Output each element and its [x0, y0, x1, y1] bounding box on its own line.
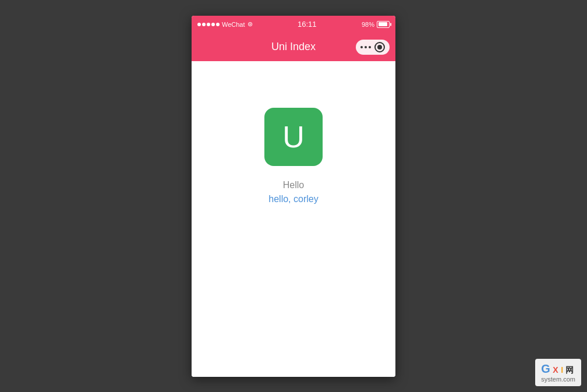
signal-dot-2: [202, 23, 206, 26]
battery-icon: [377, 21, 390, 28]
signal-dot-5: [216, 23, 220, 26]
signal-dots: [197, 23, 220, 26]
record-icon: [374, 42, 385, 52]
watermark-net: 网: [565, 365, 574, 375]
watermark: G X I 网 system.com: [535, 359, 581, 386]
time-display: 16:11: [298, 20, 317, 29]
battery-pct-label: 98%: [362, 21, 374, 28]
nav-actions: [356, 40, 390, 55]
signal-dot-3: [207, 23, 210, 26]
signal-dot-1: [197, 23, 201, 26]
watermark-line1: G X I 网: [541, 362, 575, 376]
watermark-i: I: [561, 365, 563, 375]
watermark-x: X: [553, 365, 558, 375]
more-icon: [360, 46, 371, 48]
signal-dot-4: [211, 23, 215, 26]
watermark-g: G: [541, 362, 550, 375]
status-left: WeChat ⊛: [197, 20, 253, 28]
wifi-icon: ⊛: [247, 20, 253, 28]
carrier-label: WeChat: [222, 21, 245, 28]
main-content: U Hello hello, corley: [192, 61, 395, 377]
watermark-url: system.com: [541, 376, 575, 383]
nav-bar: Uni Index: [192, 33, 395, 61]
logo-shape: U: [276, 119, 311, 154]
status-right: 98%: [362, 21, 390, 28]
nav-action-button[interactable]: [356, 40, 390, 55]
status-bar: WeChat ⊛ 16:11 98%: [192, 16, 395, 33]
app-logo: U: [264, 108, 323, 166]
page-title: Uni Index: [271, 41, 316, 53]
phone-frame: WeChat ⊛ 16:11 98% Uni Index: [192, 16, 395, 377]
logo-letter: U: [282, 122, 305, 152]
hello-label: Hello: [283, 180, 304, 190]
hello-name: hello, corley: [268, 194, 318, 204]
